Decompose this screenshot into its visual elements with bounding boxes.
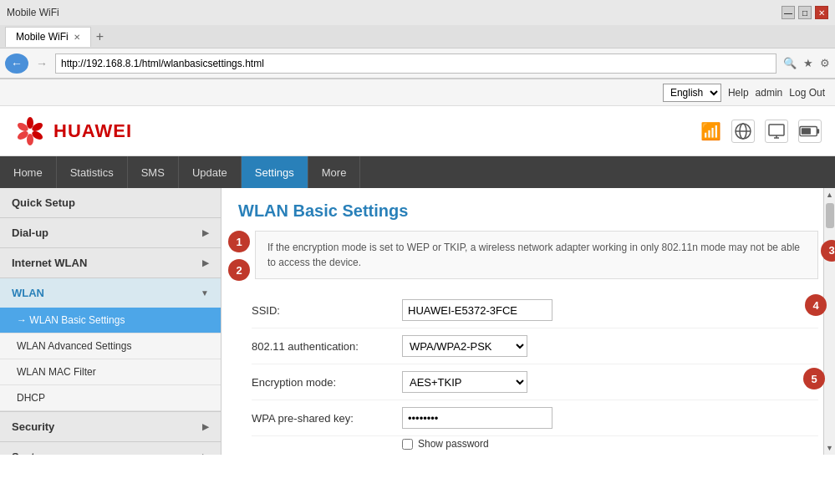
svg-rect-9 — [769, 125, 784, 135]
svg-rect-14 — [817, 129, 819, 134]
enc-control: AES+TKIP AES TKIP 5 — [402, 371, 818, 393]
nav-update[interactable]: Update — [179, 156, 242, 188]
maximize-button[interactable]: □ — [798, 6, 812, 19]
sidebar: Quick Setup Dial-up ▶ Internet WLAN ▶ WL… — [0, 188, 221, 455]
notice-text: 3 If the encryption mode is set to WEP o… — [255, 231, 818, 279]
chevron-down-icon: ▼ — [201, 288, 209, 298]
sidebar-item-wlan-mac[interactable]: WLAN MAC Filter — [0, 359, 221, 385]
main-layout: Quick Setup Dial-up ▶ Internet WLAN ▶ WL… — [0, 188, 835, 455]
show-password-checkbox[interactable] — [402, 439, 413, 450]
nav-statistics[interactable]: Statistics — [57, 156, 128, 188]
new-tab-button[interactable]: + — [96, 29, 104, 44]
language-select[interactable]: English — [663, 84, 721, 102]
auth-control: WPA/WPA2-PSK WPA/WPA2-Enterprise Open — [402, 335, 818, 357]
sidebar-header-quicksetup[interactable]: Quick Setup — [0, 188, 221, 217]
search-icon[interactable]: 🔍 — [783, 57, 797, 69]
sidebar-header-security[interactable]: Security ▶ — [0, 412, 221, 441]
wpa-row: WPA pre-shared key: — [252, 400, 818, 436]
step-badge-4: 4 — [805, 294, 827, 316]
svg-rect-13 — [802, 128, 811, 134]
scroll-down-arrow[interactable]: ▼ — [823, 441, 835, 455]
sidebar-header-system[interactable]: System ▶ — [0, 442, 221, 455]
tab-close-button[interactable]: ✕ — [74, 33, 80, 42]
title-bar-title: Mobile WiFi — [7, 7, 59, 18]
enc-row: Encryption mode: AES+TKIP AES TKIP 5 — [252, 364, 818, 400]
ssid-row: SSID: 4 — [252, 293, 818, 328]
wpa-label: WPA pre-shared key: — [252, 412, 402, 425]
wpa-control — [402, 407, 818, 429]
chevron-right-icon-4: ▶ — [202, 452, 209, 455]
signal-icon: 📶 — [700, 121, 721, 141]
tab-label: Mobile WiFi — [16, 31, 69, 43]
sidebar-section-system: System ▶ — [0, 442, 221, 455]
sidebar-section-wlan: WLAN ▼ WLAN Basic Settings WLAN Advanced… — [0, 278, 221, 412]
globe-icon — [731, 120, 755, 143]
browser-tab[interactable]: Mobile WiFi ✕ — [5, 27, 91, 47]
huawei-logo-icon — [13, 116, 47, 146]
svg-point-3 — [27, 134, 33, 145]
ssid-label: SSID: — [252, 304, 402, 317]
scroll-thumb[interactable] — [826, 203, 834, 228]
nav-settings[interactable]: Settings — [242, 156, 308, 188]
forward-button[interactable]: → — [32, 53, 52, 74]
nav-more[interactable]: More — [308, 156, 361, 188]
sidebar-item-wlan-advanced[interactable]: WLAN Advanced Settings — [0, 333, 221, 359]
close-button[interactable]: ✕ — [815, 6, 828, 19]
top-nav-right: English Help admin Log Out — [0, 79, 835, 106]
nav-sms[interactable]: SMS — [128, 156, 179, 188]
tab-bar: Mobile WiFi ✕ + — [0, 25, 835, 48]
show-password-row: Show password — [252, 436, 818, 451]
title-bar: Mobile WiFi — □ ✕ — [0, 0, 835, 25]
sidebar-section-quicksetup: Quick Setup — [0, 188, 221, 218]
address-bar[interactable] — [55, 53, 776, 74]
show-password-control: Show password — [402, 438, 489, 450]
sidebar-section-security: Security ▶ — [0, 412, 221, 442]
ssid-broadcast-row: SSID Broadcast: Enable Disable — [252, 451, 818, 455]
scroll-up-arrow[interactable]: ▲ — [823, 188, 835, 201]
scrollbar-right[interactable]: ▲ ▼ — [823, 188, 835, 455]
chevron-right-icon: ▶ — [202, 228, 209, 237]
step-badge-2: 2 — [228, 259, 250, 281]
sidebar-header-dialup[interactable]: Dial-up ▶ — [0, 218, 221, 247]
back-button[interactable]: ← — [5, 53, 28, 74]
help-link[interactable]: Help — [728, 87, 749, 99]
huawei-header: HUAWEI 📶 — [0, 106, 835, 156]
minimize-button[interactable]: — — [782, 6, 795, 19]
sidebar-item-dhcp[interactable]: DHCP — [0, 385, 221, 411]
auth-row: 802.11 authentication: WPA/WPA2-PSK WPA/… — [252, 328, 818, 364]
logo-text: HUAWEI — [53, 120, 132, 142]
page-title: WLAN Basic Settings — [238, 201, 818, 221]
admin-label: admin — [756, 87, 783, 99]
settings-icon[interactable]: ⚙ — [820, 57, 830, 69]
enc-label: Encryption mode: — [252, 376, 402, 389]
ssid-input[interactable] — [402, 299, 552, 321]
auth-select[interactable]: WPA/WPA2-PSK WPA/WPA2-Enterprise Open — [402, 335, 527, 357]
favorites-icon[interactable]: ★ — [803, 57, 813, 69]
main-nav: Home Statistics SMS Update Settings More — [0, 156, 835, 188]
sidebar-header-internetwlan[interactable]: Internet WLAN ▶ — [0, 248, 221, 277]
chevron-right-icon-3: ▶ — [202, 422, 209, 431]
logout-link[interactable]: Log Out — [789, 87, 825, 99]
enc-select[interactable]: AES+TKIP AES TKIP — [402, 371, 527, 393]
step-badge-1: 1 — [228, 231, 250, 252]
sidebar-header-wlan[interactable]: WLAN ▼ — [0, 278, 221, 308]
sidebar-section-dialup: Dial-up ▶ — [0, 218, 221, 248]
battery-icon — [798, 120, 822, 143]
chevron-right-icon-2: ▶ — [202, 258, 209, 267]
show-password-label: Show password — [418, 438, 489, 450]
sidebar-section-internetwlan: Internet WLAN ▶ — [0, 248, 221, 278]
svg-point-0 — [27, 117, 33, 129]
header-icons: 📶 — [700, 120, 822, 143]
nav-home[interactable]: Home — [0, 156, 57, 188]
step-badge-5: 5 — [803, 368, 825, 389]
huawei-logo: HUAWEI — [13, 116, 132, 146]
auth-label: 802.11 authentication: — [252, 340, 402, 353]
monitor-icon — [765, 120, 788, 143]
wpa-input[interactable] — [402, 407, 552, 429]
sidebar-item-wlan-basic[interactable]: WLAN Basic Settings — [0, 308, 221, 333]
content-area: WLAN Basic Settings 1 2 3 If the encrypt… — [221, 188, 835, 455]
ssid-control: 4 — [402, 299, 818, 321]
nav-bar: ← → 🔍 ★ ⚙ — [0, 48, 835, 79]
